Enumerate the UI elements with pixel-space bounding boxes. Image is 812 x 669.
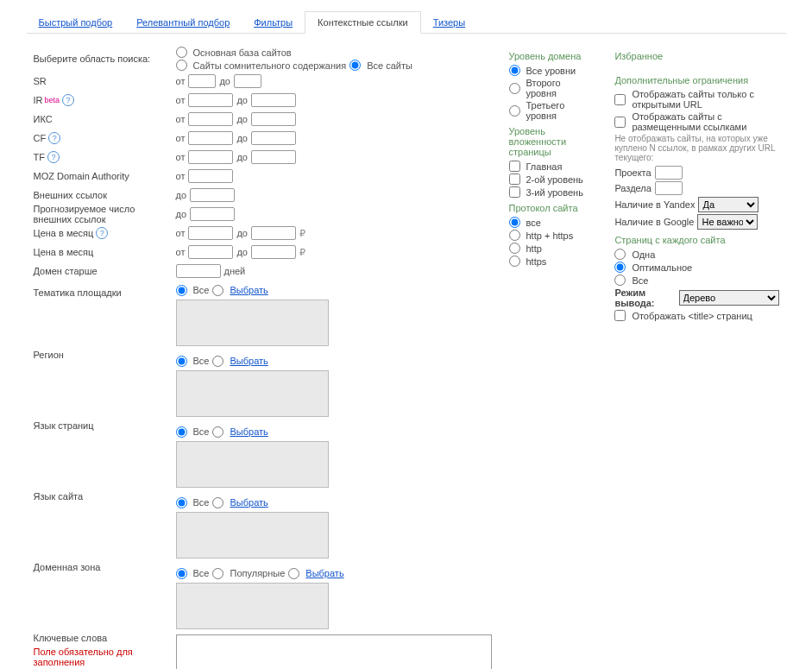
pricea-to-input[interactable] [251, 226, 296, 240]
persite-opt-radio[interactable] [614, 262, 626, 273]
region-all-radio[interactable] [176, 356, 187, 367]
rub-symbol: ₽ [299, 228, 305, 239]
predicted-label: Прогнозируемое число внешних ссылок [34, 205, 176, 224]
placed-links-check[interactable] [614, 117, 626, 128]
show-title-check[interactable] [614, 310, 626, 321]
cf-from-input[interactable] [188, 131, 233, 145]
pagelang-all-radio[interactable] [176, 426, 187, 438]
pagelang-box [176, 441, 329, 488]
days-label: дней [224, 266, 246, 276]
tf-to-input[interactable] [251, 150, 296, 164]
nest-main-check[interactable] [509, 161, 520, 172]
google-select[interactable]: Не важно [697, 214, 758, 230]
proto-all-radio[interactable] [509, 217, 520, 228]
sitelang-all-radio[interactable] [176, 497, 187, 508]
extlinks-label: Внешних ссылок [34, 186, 176, 205]
proto-both-radio[interactable] [509, 230, 520, 241]
region-label: Регион [34, 350, 176, 420]
sitelang-choose-radio[interactable] [212, 497, 223, 508]
theme-choose-link[interactable]: Выбрать [230, 285, 268, 295]
tab-fast[interactable]: Быстрый подбор [27, 12, 125, 33]
nest-3-check[interactable] [509, 186, 520, 198]
persite-one-radio[interactable] [614, 249, 626, 260]
ir-from-input[interactable] [188, 93, 233, 107]
open-url-check[interactable] [614, 94, 626, 105]
base-main-radio[interactable] [176, 47, 187, 58]
priceb-from-input[interactable] [188, 245, 233, 259]
ir-to-input[interactable] [251, 93, 296, 107]
region-choose-radio[interactable] [212, 356, 223, 367]
region-choose-link[interactable]: Выбрать [230, 356, 268, 366]
iks-from-input[interactable] [188, 112, 233, 126]
output-mode-select[interactable]: Дерево [679, 290, 779, 306]
cf-to-input[interactable] [251, 131, 296, 145]
project-n-input[interactable] [655, 166, 683, 180]
tab-context-links[interactable]: Контекстные ссылки [305, 11, 421, 34]
section-n-input[interactable] [655, 181, 683, 195]
to-label: до [219, 76, 230, 86]
tf-label: TF? [34, 148, 176, 167]
tab-relevant[interactable]: Релевантный подбор [124, 12, 242, 33]
cf-label: CF? [34, 129, 176, 148]
pricea-from-input[interactable] [188, 226, 233, 240]
search-area-label: Выберите область поиска: [34, 46, 176, 72]
pagelang-choose-radio[interactable] [212, 426, 223, 438]
base-doubt-radio[interactable] [176, 60, 187, 71]
yandex-select[interactable]: Да [698, 197, 758, 212]
zone-popular-radio[interactable] [212, 568, 223, 579]
region-box [176, 370, 329, 417]
price-q-label: Цена в месяц? [34, 224, 176, 243]
predicted-to-input[interactable] [190, 207, 235, 221]
base-doubt-label: Сайты сомнительного содержания [193, 60, 347, 71]
moz-from-input[interactable] [188, 169, 233, 183]
domain-days-input[interactable] [176, 264, 221, 278]
ir-label: IRbeta? [34, 91, 176, 110]
pagelang-choose-link[interactable]: Выбрать [230, 426, 268, 437]
tabs-bar: Быстрый подбор Релевантный подбор Фильтр… [27, 9, 786, 34]
sitelang-choose-link[interactable]: Выбрать [230, 497, 268, 508]
nest-2-check[interactable] [509, 174, 520, 185]
dlvl-all-radio[interactable] [509, 65, 520, 76]
persite-title: Страниц с каждого сайта [614, 235, 778, 245]
iks-to-input[interactable] [251, 112, 296, 126]
dlvl-3-radio[interactable] [509, 105, 520, 117]
theme-all-radio[interactable] [176, 285, 187, 296]
favorites-title: Избранное [614, 51, 778, 61]
iks-label: ИКС [34, 110, 176, 129]
base-all-radio[interactable] [349, 60, 361, 71]
price-label: Цена в месяц [34, 243, 176, 262]
sitelang-label: Язык сайта [34, 491, 176, 562]
sr-label: SR [34, 72, 176, 91]
help-icon[interactable]: ? [62, 94, 74, 106]
dlvl-2-radio[interactable] [509, 83, 520, 94]
persite-all-radio[interactable] [614, 275, 626, 286]
extra-title: Дополнительные ограничения [614, 75, 778, 85]
theme-choose-radio[interactable] [212, 285, 223, 296]
protocol-title: Протокол сайта [509, 203, 589, 213]
keywords-label: Ключевые слова [34, 633, 176, 647]
help-icon[interactable]: ? [96, 227, 108, 239]
extra-note: Не отображать сайты, на которых уже купл… [614, 134, 778, 162]
zone-choose-radio[interactable] [288, 568, 299, 579]
help-icon[interactable]: ? [47, 151, 60, 163]
zone-choose-link[interactable]: Выбрать [305, 568, 343, 578]
theme-label: Тематика площадки [34, 287, 176, 350]
extlinks-to-input[interactable] [190, 188, 235, 202]
keywords-required: Поле обязательно для заполнения [34, 647, 176, 669]
zone-all-radio[interactable] [176, 568, 187, 579]
sr-from-input[interactable] [188, 74, 216, 88]
tf-from-input[interactable] [188, 150, 233, 164]
sr-to-input[interactable] [234, 74, 261, 88]
sitelang-box [176, 512, 329, 559]
keywords-textarea[interactable] [176, 634, 492, 669]
zone-box [176, 583, 329, 629]
proto-http-radio[interactable] [509, 243, 520, 254]
tab-filters[interactable]: Фильтры [242, 12, 305, 33]
nesting-title: Уровень вложенности страницы [509, 126, 589, 157]
base-all-label: Все сайты [367, 60, 412, 71]
theme-box [176, 300, 329, 346]
proto-https-radio[interactable] [509, 256, 520, 267]
help-icon[interactable]: ? [48, 132, 60, 144]
priceb-to-input[interactable] [251, 245, 296, 259]
tab-teasers[interactable]: Тизеры [421, 12, 477, 33]
